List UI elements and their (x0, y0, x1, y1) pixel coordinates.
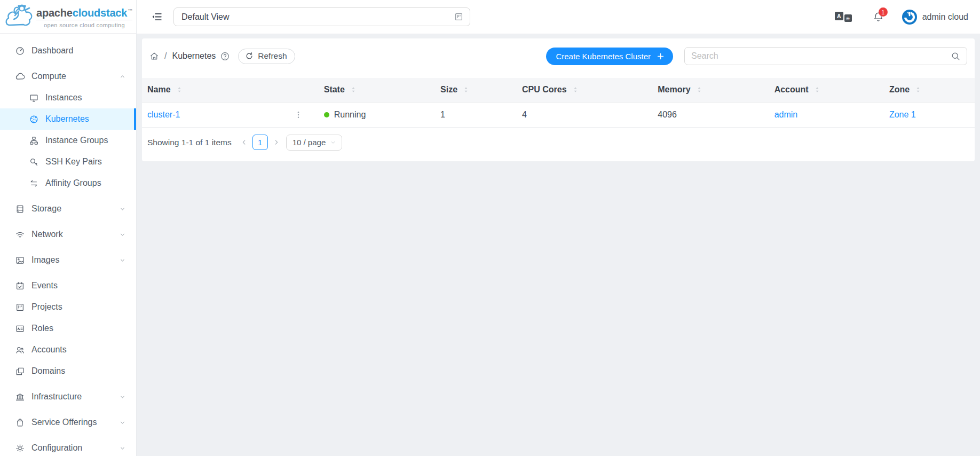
sidebar-item-storage[interactable]: Storage (0, 198, 136, 219)
sidebar-item-label: Kubernetes (45, 114, 89, 124)
sidebar-item-label: Infrastructure (31, 392, 82, 402)
sidebar-item-label: Accounts (31, 345, 67, 355)
sidebar-item-infrastructure[interactable]: Infrastructure (0, 386, 136, 407)
toolbar: / Kubernetes Refresh Create Kubernetes C… (142, 38, 975, 78)
help-icon[interactable] (220, 52, 230, 61)
translate-cjk-glyph: ✳ (844, 14, 852, 22)
breadcrumb-current: Kubernetes (172, 51, 216, 61)
sidebar-item-label: Domains (31, 366, 65, 376)
page-size-select[interactable]: 10 / page (286, 135, 343, 151)
cell-cpu-cores: 4 (517, 102, 652, 127)
sidebar-item-label: SSH Key Pairs (45, 157, 102, 167)
chevron-down-icon (120, 232, 125, 238)
sidebar-item-label: Storage (31, 204, 61, 214)
pagination-prev-button[interactable] (241, 139, 248, 146)
column-label: Memory (658, 85, 690, 95)
sidebar-item-label: Compute (31, 72, 66, 81)
create-kubernetes-cluster-button[interactable]: Create Kubernetes Cluster (546, 48, 673, 65)
view-selector[interactable]: Default View (173, 7, 470, 26)
refresh-label: Refresh (258, 51, 287, 61)
sidebar-item-dashboard[interactable]: Dashboard (0, 40, 136, 61)
chevron-down-icon (330, 140, 336, 145)
column-header-cpu-cores[interactable]: CPU Cores (517, 78, 652, 102)
sidebar-item-kubernetes[interactable]: Kubernetes (0, 108, 136, 130)
sidebar-item-projects[interactable]: Projects (0, 296, 136, 318)
zone-link[interactable]: Zone 1 (889, 110, 916, 119)
sort-icon[interactable] (350, 86, 357, 93)
sort-icon[interactable] (914, 86, 922, 93)
notifications-button[interactable]: 1 (873, 12, 883, 22)
content-card: / Kubernetes Refresh Create Kubernetes C… (142, 38, 975, 161)
search-icon[interactable] (951, 52, 960, 61)
column-header-account[interactable]: Account (769, 78, 884, 102)
picture-icon (15, 255, 25, 265)
translate-icon[interactable]: A ✳ (835, 12, 852, 22)
column-header-size[interactable]: Size (435, 78, 517, 102)
user-menu[interactable]: admin cloud (902, 9, 968, 25)
column-header-name[interactable]: Name (142, 78, 319, 102)
sidebar-item-events[interactable]: Events (0, 275, 136, 296)
search-input[interactable] (691, 51, 951, 61)
notification-badge: 1 (879, 7, 888, 17)
chevron-down-icon (120, 445, 125, 451)
page-size-value: 10 / page (293, 138, 326, 147)
column-header-state[interactable]: State (319, 78, 435, 102)
table-row: cluster-1Running144096adminZone 1 (142, 102, 975, 127)
sidebar-item-network[interactable]: Network (0, 224, 136, 245)
breadcrumb-home[interactable] (149, 51, 159, 61)
sidebar-menu: DashboardComputeInstancesKubernetesInsta… (0, 34, 136, 456)
sort-icon[interactable] (176, 86, 183, 93)
sidebar-item-compute[interactable]: Compute (0, 66, 136, 87)
brand-wordmark: apachecloudstack™ (36, 5, 132, 20)
view-selector-value: Default View (181, 12, 454, 22)
desktop-icon (29, 93, 38, 103)
sidebar-item-ssh-key-pairs[interactable]: SSH Key Pairs (0, 151, 136, 172)
cell-name: cluster-1 (142, 102, 319, 127)
refresh-icon (245, 52, 254, 60)
main-content: / Kubernetes Refresh Create Kubernetes C… (137, 34, 980, 456)
sidebar-item-instance-groups[interactable]: Instance Groups (0, 130, 136, 151)
brand-tagline: open source cloud computing (36, 20, 132, 28)
pagination-page-1[interactable]: 1 (252, 135, 268, 150)
sort-icon[interactable] (813, 86, 821, 93)
column-label: CPU Cores (522, 85, 567, 95)
column-header-memory[interactable]: Memory (652, 78, 769, 102)
sidebar-item-service-offerings[interactable]: Service Offerings (0, 412, 136, 433)
refresh-button[interactable]: Refresh (238, 49, 295, 64)
sort-icon[interactable] (696, 86, 703, 93)
state-label: Running (334, 110, 366, 120)
chevron-up-icon (120, 74, 125, 80)
sidebar-item-label: Projects (31, 302, 62, 312)
cloudstack-logo (4, 2, 33, 32)
sidebar-item-roles[interactable]: Roles (0, 318, 136, 339)
sidebar-item-images[interactable]: Images (0, 249, 136, 271)
sidebar-item-label: Affinity Groups (45, 178, 101, 188)
row-actions-icon[interactable] (294, 111, 303, 119)
brand-text: apachecloudstack™ open source cloud comp… (36, 5, 132, 28)
column-label: Size (440, 85, 457, 95)
topbar-right: A ✳ 1 admin cloud (835, 9, 968, 25)
sidebar-item-affinity-groups[interactable]: Affinity Groups (0, 172, 136, 194)
sidebar-item-instances[interactable]: Instances (0, 87, 136, 108)
cloudstack-app: apachecloudstack™ open source cloud comp… (0, 0, 980, 456)
sidebar-item-label: Configuration (31, 443, 82, 453)
sort-icon[interactable] (462, 86, 470, 93)
dashboard-icon (15, 46, 25, 56)
translate-latin-glyph: A (835, 12, 843, 20)
sidebar-item-domains[interactable]: Domains (0, 360, 136, 382)
cell-state: Running (319, 102, 435, 127)
menu-fold-icon[interactable] (152, 12, 162, 22)
sidebar-item-configuration[interactable]: Configuration (0, 437, 136, 456)
sort-icon[interactable] (572, 86, 579, 93)
logo-block[interactable]: apachecloudstack™ open source cloud comp… (0, 0, 136, 34)
project-icon (15, 302, 25, 312)
column-label: Zone (889, 85, 910, 95)
column-header-zone[interactable]: Zone (884, 78, 975, 102)
pagination-next-button[interactable] (273, 139, 280, 146)
cluster-name-link[interactable]: cluster-1 (147, 110, 180, 120)
gear-icon (15, 443, 25, 453)
calendar-icon (15, 281, 25, 290)
sidebar-item-accounts[interactable]: Accounts (0, 339, 136, 360)
account-link[interactable]: admin (774, 110, 798, 119)
create-button-label: Create Kubernetes Cluster (556, 52, 651, 61)
